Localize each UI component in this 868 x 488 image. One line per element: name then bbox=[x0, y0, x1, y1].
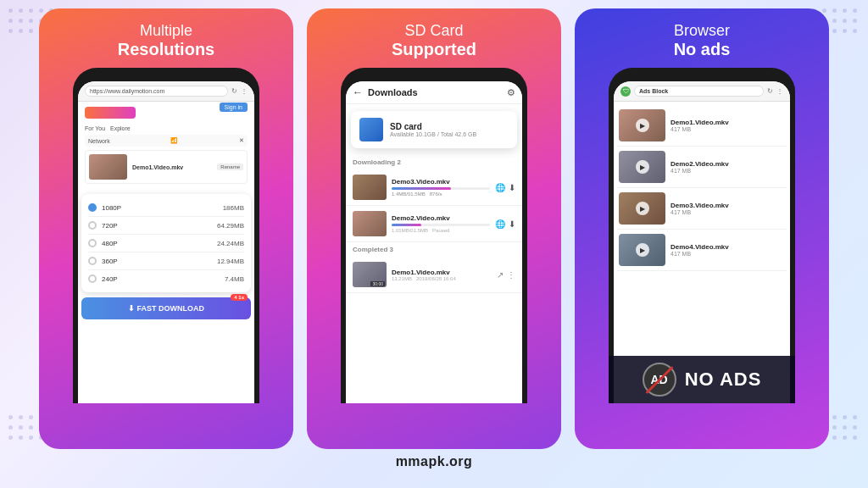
res-label-240: 240P bbox=[102, 275, 118, 283]
dl-name-2: Demo2.Video.mkv bbox=[392, 214, 490, 222]
res-item-720[interactable]: 720P 64.29MB bbox=[88, 217, 244, 235]
res-radio-720 bbox=[88, 221, 97, 230]
download-icon-2[interactable]: ⬇ bbox=[509, 219, 515, 229]
dl-progress-2 bbox=[392, 224, 490, 226]
download-badge: 4 1s bbox=[231, 294, 248, 301]
sdcard-icon bbox=[359, 118, 383, 141]
v3-size-1: 417 MB bbox=[670, 126, 785, 132]
video-item-s3-1: ▶ Demo1.Video.mkv 417 MB bbox=[617, 105, 787, 147]
phone-mockup-1: https://www.dailymotion.com ↻ ⋮ Sign in … bbox=[73, 68, 259, 403]
back-button[interactable]: ← bbox=[353, 86, 363, 98]
dl-actions-1: 🌐 ⬇ bbox=[495, 183, 515, 192]
res-size-720: 64.29MB bbox=[217, 222, 244, 230]
downloading-label: Downloading 2 bbox=[346, 155, 522, 169]
v3-info-1: Demo1.Video.mkv 417 MB bbox=[670, 119, 785, 132]
v3-size-2: 417 MB bbox=[670, 168, 785, 174]
v3-name-2: Demo2.Video.mkv bbox=[670, 160, 785, 168]
website-content: Sign in For You Explore Network 📶 ✕ bbox=[78, 102, 254, 189]
v3-name-3: Demo3.Video.mkv bbox=[670, 202, 785, 209]
sdcard-popup[interactable]: SD card Available 10.1GB / Total 42.6 GB bbox=[351, 111, 517, 148]
play-btn-3[interactable]: ▶ bbox=[636, 202, 649, 215]
phone-screen-2: ← Downloads ⚙ SD card Available 10.1GB /… bbox=[346, 81, 522, 403]
v3-thumb-2: ▶ bbox=[619, 151, 665, 183]
rename-button[interactable]: Rename bbox=[217, 164, 243, 170]
res-label-1080: 1080P bbox=[102, 204, 121, 212]
refresh-icon-3[interactable]: ↻ bbox=[767, 87, 773, 95]
settings-icon[interactable]: ⚙ bbox=[507, 87, 515, 98]
play-btn-2[interactable]: ▶ bbox=[636, 160, 649, 174]
dl-actions-2: 🌐 ⬇ bbox=[495, 219, 515, 229]
no-ads-banner: AD NO ADS bbox=[609, 356, 795, 403]
menu-icon[interactable]: ⋮ bbox=[241, 87, 248, 95]
close-icon[interactable]: ✕ bbox=[239, 137, 244, 144]
dl-info-2: Demo2.Video.mkv 1.01MB/01.5MB Paused bbox=[392, 214, 490, 233]
card1-title-line2: Resolutions bbox=[118, 40, 214, 59]
downloads-title: Downloads bbox=[368, 87, 502, 97]
v3-name-4: Demo4.Video.mkv bbox=[670, 243, 785, 251]
globe-icon-2[interactable]: 🌐 bbox=[495, 219, 505, 229]
menu-item[interactable]: For You Explore bbox=[85, 125, 131, 131]
phone-mockup-2: ← Downloads ⚙ SD card Available 10.1GB /… bbox=[341, 68, 527, 403]
no-ads-text: NO ADS bbox=[685, 369, 762, 391]
download-icon-1[interactable]: ⬇ bbox=[509, 183, 515, 192]
browser-url-1: https://www.dailymotion.com bbox=[85, 86, 228, 97]
res-radio-1080 bbox=[88, 203, 97, 212]
comp-actions-1: ↗ ⋮ bbox=[497, 270, 515, 280]
card-noads: Browser No ads 🛡 Ads Block ↻ ⋮ ▶ bbox=[575, 8, 829, 449]
card1-title-line1: Multiple bbox=[118, 22, 214, 40]
globe-icon-1[interactable]: 🌐 bbox=[495, 183, 505, 192]
play-btn-4[interactable]: ▶ bbox=[636, 243, 649, 257]
res-radio-480 bbox=[88, 239, 97, 247]
wifi-icon: 📶 bbox=[170, 137, 178, 144]
phone-notch-1 bbox=[141, 75, 192, 81]
card3-title-line1: Browser bbox=[674, 22, 731, 40]
phone-screen-1: https://www.dailymotion.com ↻ ⋮ Sign in … bbox=[78, 81, 254, 403]
more-icon[interactable]: ⋮ bbox=[507, 270, 515, 280]
comp-thumb-1: 30:00 bbox=[353, 262, 387, 287]
res-label-720: 720P bbox=[102, 222, 118, 230]
completed-label: Completed 3 bbox=[346, 242, 522, 257]
phone-mockup-3: 🛡 Ads Block ↻ ⋮ ▶ Demo1.Video.mkv 4 bbox=[609, 68, 795, 403]
downloads-header: ← Downloads ⚙ bbox=[346, 81, 522, 104]
refresh-icon[interactable]: ↻ bbox=[231, 87, 237, 95]
v3-info-3: Demo3.Video.mkv 417 MB bbox=[670, 202, 785, 215]
comp-duration-1: 30:00 bbox=[370, 281, 385, 286]
card3-title-line2: No ads bbox=[674, 40, 731, 59]
network-bar: Network 📶 ✕ bbox=[85, 135, 248, 147]
signin-button[interactable]: Sign in bbox=[220, 103, 248, 112]
play-btn-1[interactable]: ▶ bbox=[636, 119, 649, 132]
ads-block-label: Ads Block bbox=[634, 86, 764, 97]
resolution-popup: 1080P 186MB 720P 64.29MB bbox=[81, 194, 251, 292]
res-item-240[interactable]: 240P 7.4MB bbox=[88, 270, 244, 287]
share-icon[interactable]: ↗ bbox=[497, 270, 504, 280]
download-item-2: Demo2.Video.mkv 1.01MB/01.5MB Paused 🌐 bbox=[346, 206, 522, 242]
res-item-360[interactable]: 360P 12.94MB bbox=[88, 252, 244, 270]
site-logo bbox=[85, 107, 136, 119]
res-item-480[interactable]: 480P 24.24MB bbox=[88, 235, 244, 252]
res-size-240: 7.4MB bbox=[225, 275, 244, 283]
dl-paused-2: 1.01MB/01.5MB Paused bbox=[392, 228, 490, 233]
video-item-s3-4: ▶ Demo4.Video.mkv 417 MB bbox=[617, 230, 787, 271]
dl-speed-1: 1.4MB/01.5MB 876/s bbox=[392, 191, 490, 197]
v3-info-4: Demo4.Video.mkv 417 MB bbox=[670, 243, 785, 257]
v3-thumb-4: ▶ bbox=[619, 234, 665, 266]
v3-thumb-1: ▶ bbox=[619, 109, 665, 141]
res-size-360: 12.94MB bbox=[217, 258, 244, 265]
fast-download-button[interactable]: ⬇ FAST DOWNLOAD 4 1s bbox=[81, 297, 251, 319]
menu-icon-3[interactable]: ⋮ bbox=[776, 87, 783, 95]
v3-size-4: 417 MB bbox=[670, 251, 785, 257]
res-item-1080[interactable]: 1080P 186MB bbox=[88, 199, 244, 217]
browser-header-3: 🛡 Ads Block ↻ ⋮ bbox=[614, 81, 790, 102]
dl-fill-1 bbox=[392, 187, 451, 190]
dl-progress-1 bbox=[392, 187, 490, 190]
sdcard-text: SD card Available 10.1GB / Total 42.6 GB bbox=[390, 122, 476, 137]
dl-fill-2 bbox=[392, 224, 421, 226]
dl-thumb-1 bbox=[353, 175, 387, 200]
res-size-480: 24.24MB bbox=[217, 240, 244, 247]
shield-icon: 🛡 bbox=[620, 86, 631, 97]
dl-name-1: Demo3.Video.mkv bbox=[392, 178, 490, 186]
dl-thumb-2 bbox=[353, 211, 387, 236]
video-item-s3-3: ▶ Demo3.Video.mkv 417 MB bbox=[617, 188, 787, 230]
video-item-s3-2: ▶ Demo2.Video.mkv 417 MB bbox=[617, 147, 787, 188]
network-label: Network bbox=[88, 138, 110, 144]
